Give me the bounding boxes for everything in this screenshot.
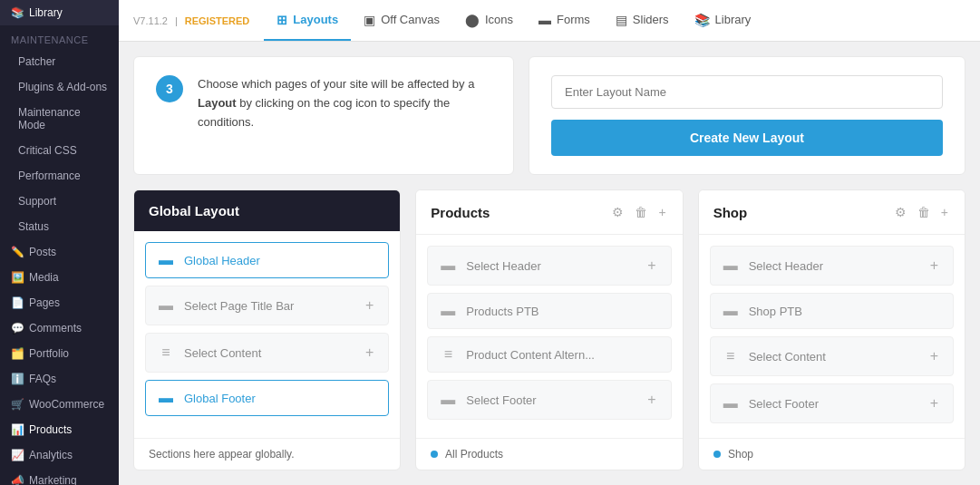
sidebar-item-woocommerce[interactable]: 🛒 WooCommerce <box>0 392 119 417</box>
tab-off-canvas[interactable]: ▣ Off Canvas <box>351 0 452 41</box>
sidebar-item-critical-css[interactable]: Critical CSS <box>0 138 119 163</box>
sidebar-item-analytics[interactable]: 📈 Analytics <box>0 442 119 468</box>
tab-sliders[interactable]: ▤ Sliders <box>603 0 682 41</box>
products-icon: 📊 <box>11 423 24 436</box>
create-layout-button[interactable]: Create New Layout <box>551 120 943 156</box>
global-layout-title: Global Layout <box>149 203 239 218</box>
products-delete-button[interactable]: 🗑 <box>633 203 649 221</box>
shop-select-header-label: Select Header <box>749 259 917 273</box>
library-icon: 📚 <box>11 6 24 19</box>
step-number: 3 <box>156 75 183 102</box>
sidebar-item-plugins[interactable]: Plugins & Add-ons <box>0 74 119 100</box>
portfolio-icon: 🗂️ <box>11 347 24 360</box>
products-footer-text: All Products <box>445 448 503 461</box>
sidebar-item-comments[interactable]: 💬 Comments <box>0 315 119 341</box>
shop-ptb-label: Shop PTB <box>749 305 942 318</box>
products-footer-icon: ▬ <box>439 392 457 408</box>
product-content-icon: ≡ <box>439 346 457 363</box>
tab-library[interactable]: 📚 Library <box>682 0 764 41</box>
global-footer-label: Global Footer <box>184 392 377 405</box>
tab-icons[interactable]: ⬤ Icons <box>452 0 526 41</box>
products-select-footer-add-button[interactable]: + <box>644 390 659 410</box>
global-footer-row[interactable]: ▬ Global Footer <box>145 380 389 416</box>
shop-footer-text: Shop <box>728 448 753 461</box>
step-text-after: by clicking on the cog icon to specify t… <box>198 96 450 129</box>
footer-section-icon: ▬ <box>157 390 175 406</box>
products-settings-button[interactable]: ⚙ <box>610 203 626 221</box>
products-add-button[interactable]: + <box>656 203 667 221</box>
layout-name-input[interactable] <box>551 75 943 109</box>
version-label: V7.11.2 <box>133 15 168 26</box>
select-content-add-button[interactable]: + <box>362 343 377 363</box>
shop-select-content-row[interactable]: ≡ Select Content + <box>710 336 954 376</box>
registered-badge: REGISTERED <box>185 15 250 26</box>
sidebar-item-media[interactable]: 🖼️ Media <box>0 265 119 290</box>
shop-delete-button[interactable]: 🗑 <box>916 203 932 221</box>
products-select-header-add-button[interactable]: + <box>644 256 659 276</box>
sidebar: 📚 Library Maintenance Patcher Plugins & … <box>0 0 119 485</box>
shop-layout-header: Shop ⚙ 🗑 + <box>699 190 965 235</box>
products-header-actions: ⚙ 🗑 + <box>610 203 667 221</box>
products-layout-footer: All Products <box>416 438 682 470</box>
woocommerce-icon: 🛒 <box>11 398 24 411</box>
shop-select-header-add-button[interactable]: + <box>927 256 942 276</box>
products-select-footer-label: Select Footer <box>466 393 635 407</box>
products-select-header-row[interactable]: ▬ Select Header + <box>427 246 671 286</box>
products-footer-dot <box>431 451 438 458</box>
shop-settings-button[interactable]: ⚙ <box>893 203 908 221</box>
select-content-row[interactable]: ≡ Select Content + <box>145 333 389 373</box>
shop-layout-body: ▬ Select Header + ▬ Shop PTB ≡ Select Co… <box>699 235 965 438</box>
page-title-bar-row[interactable]: ▬ Select Page Title Bar + <box>145 286 389 325</box>
content-area: 3 Choose which pages of your site will b… <box>119 42 980 485</box>
step-card: 3 Choose which pages of your site will b… <box>133 56 514 175</box>
forms-icon: ▬ <box>539 13 551 27</box>
shop-header-icon: ▬ <box>722 257 740 274</box>
sidebar-item-maintenance-mode[interactable]: Maintenance Mode <box>0 100 119 138</box>
sidebar-item-portfolio[interactable]: 🗂️ Portfolio <box>0 341 119 366</box>
shop-ptb-row[interactable]: ▬ Shop PTB <box>710 293 954 329</box>
sidebar-item-support[interactable]: Support <box>0 189 119 214</box>
sidebar-item-library[interactable]: 📚 Library <box>0 0 119 25</box>
shop-select-footer-row[interactable]: ▬ Select Footer + <box>710 383 954 423</box>
page-title-bar-add-button[interactable]: + <box>362 296 377 315</box>
products-layout-body: ▬ Select Header + ▬ Products PTB ≡ Produ… <box>416 235 682 438</box>
shop-select-header-row[interactable]: ▬ Select Header + <box>710 246 954 286</box>
sidebar-item-status[interactable]: Status <box>0 214 119 239</box>
sidebar-item-pages[interactable]: 📄 Pages <box>0 290 119 315</box>
sidebar-item-posts[interactable]: ✏️ Posts <box>0 239 119 265</box>
shop-select-footer-add-button[interactable]: + <box>927 393 942 413</box>
library-tab-icon: 📚 <box>694 13 710 27</box>
shop-header-actions: ⚙ 🗑 + <box>893 203 950 221</box>
header-section-icon: ▬ <box>157 252 175 268</box>
shop-select-content-add-button[interactable]: + <box>927 346 942 366</box>
sidebar-item-marketing[interactable]: 📣 Marketing <box>0 468 119 485</box>
products-ptb-row[interactable]: ▬ Products PTB <box>427 293 671 329</box>
shop-ptb-icon: ▬ <box>722 303 740 319</box>
sliders-icon: ▤ <box>616 13 627 27</box>
products-select-footer-row[interactable]: ▬ Select Footer + <box>427 380 671 420</box>
global-header-row[interactable]: ▬ Global Header <box>145 242 389 278</box>
top-row: 3 Choose which pages of your site will b… <box>133 56 965 175</box>
tab-forms[interactable]: ▬ Forms <box>526 0 603 41</box>
ptb-section-icon: ▬ <box>157 297 175 314</box>
create-layout-card: Create New Layout <box>529 56 965 175</box>
faqs-icon: ℹ️ <box>11 373 24 385</box>
product-content-row[interactable]: ≡ Product Content Altern... <box>427 336 671 373</box>
marketing-icon: 📣 <box>11 474 24 485</box>
analytics-icon: 📈 <box>11 449 24 461</box>
shop-add-button[interactable]: + <box>939 203 950 221</box>
sidebar-item-patcher[interactable]: Patcher <box>0 49 119 74</box>
shop-layout-title: Shop <box>713 205 748 220</box>
products-layout-card: Products ⚙ 🗑 + ▬ Select Header + ▬ <box>415 189 683 470</box>
shop-footer-icon: ▬ <box>722 395 740 412</box>
icons-tab-icon: ⬤ <box>465 13 480 27</box>
global-layout-header: Global Layout <box>134 190 400 231</box>
media-icon: 🖼️ <box>11 271 24 284</box>
products-ptb-icon: ▬ <box>439 303 457 319</box>
sidebar-item-performance[interactable]: Performance <box>0 163 119 189</box>
global-layout-body: ▬ Global Header ▬ Select Page Title Bar … <box>134 231 400 438</box>
sidebar-item-faqs[interactable]: ℹ️ FAQs <box>0 366 119 392</box>
off-canvas-icon: ▣ <box>364 13 375 27</box>
sidebar-item-products[interactable]: 📊 Products <box>0 417 119 442</box>
tab-layouts[interactable]: ⊞ Layouts <box>264 0 351 41</box>
